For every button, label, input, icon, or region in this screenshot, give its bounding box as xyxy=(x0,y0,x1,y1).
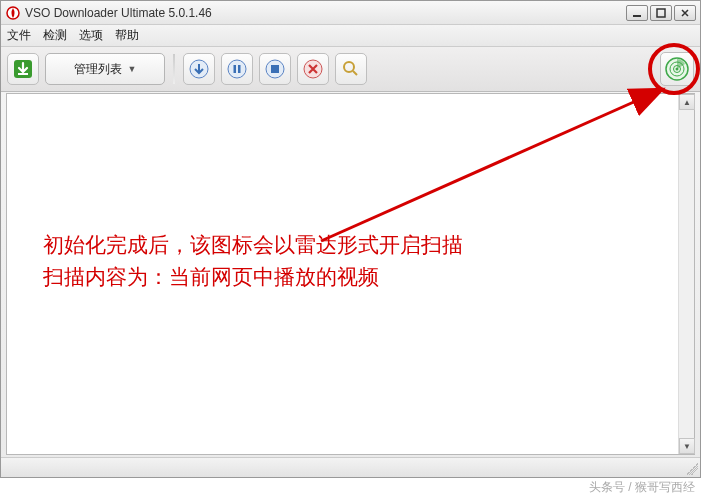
minimize-button[interactable] xyxy=(626,5,648,21)
scroll-up-button[interactable]: ▲ xyxy=(679,94,695,110)
pause-icon xyxy=(227,59,247,79)
svg-point-6 xyxy=(228,60,246,78)
svg-rect-1 xyxy=(633,15,641,17)
app-icon xyxy=(5,5,21,21)
statusbar xyxy=(1,457,700,477)
delete-icon xyxy=(303,59,323,79)
manage-list-label: 管理列表 xyxy=(74,61,122,78)
download-icon xyxy=(12,58,34,80)
svg-rect-4 xyxy=(18,73,28,75)
stop-icon xyxy=(265,59,285,79)
watermark: 头条号 / 猴哥写西经 xyxy=(589,479,695,496)
pause-button[interactable] xyxy=(221,53,253,85)
radar-scan-button[interactable] xyxy=(660,52,694,86)
scroll-down-button[interactable]: ▼ xyxy=(679,438,695,454)
content-area: ▲ ▼ xyxy=(6,93,695,455)
delete-button[interactable] xyxy=(297,53,329,85)
download-button[interactable] xyxy=(7,53,39,85)
maximize-button[interactable] xyxy=(650,5,672,21)
toolbar: 管理列表 ▼ xyxy=(1,47,700,92)
svg-rect-10 xyxy=(271,65,279,73)
radar-icon xyxy=(664,56,690,82)
toolbar-divider xyxy=(173,54,175,84)
svg-point-12 xyxy=(344,62,354,72)
menu-help[interactable]: 帮助 xyxy=(115,27,139,44)
svg-rect-2 xyxy=(657,9,665,17)
svg-rect-7 xyxy=(234,65,237,73)
menu-options[interactable]: 选项 xyxy=(79,27,103,44)
app-window: VSO Downloader Ultimate 5.0.1.46 文件 检测 选… xyxy=(0,0,701,478)
vertical-scrollbar[interactable]: ▲ ▼ xyxy=(678,94,694,454)
menu-detect[interactable]: 检测 xyxy=(43,27,67,44)
close-button[interactable] xyxy=(674,5,696,21)
manage-list-button[interactable]: 管理列表 ▼ xyxy=(45,53,165,85)
chevron-down-icon: ▼ xyxy=(128,64,137,74)
window-title: VSO Downloader Ultimate 5.0.1.46 xyxy=(25,6,626,20)
svg-point-16 xyxy=(676,68,679,71)
menu-file[interactable]: 文件 xyxy=(7,27,31,44)
resize-grip[interactable] xyxy=(686,463,698,475)
start-button[interactable] xyxy=(183,53,215,85)
menubar: 文件 检测 选项 帮助 xyxy=(1,25,700,47)
play-down-icon xyxy=(189,59,209,79)
svg-rect-8 xyxy=(238,65,241,73)
titlebar: VSO Downloader Ultimate 5.0.1.46 xyxy=(1,1,700,25)
stop-button[interactable] xyxy=(259,53,291,85)
search-button[interactable] xyxy=(335,53,367,85)
search-icon xyxy=(341,59,361,79)
window-controls xyxy=(626,5,696,21)
